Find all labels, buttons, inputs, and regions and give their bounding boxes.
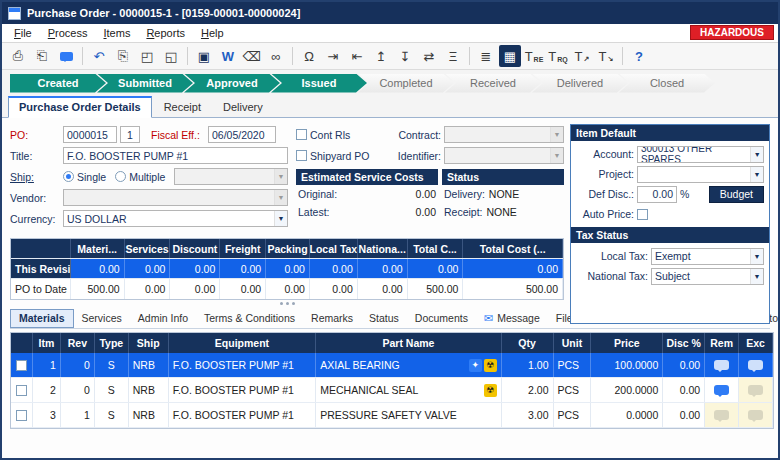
scales-icon-glyph: Ξ xyxy=(449,49,457,64)
currency-combo[interactable]: US DOLLAR ▼ xyxy=(63,210,288,227)
item-exceptions-cell[interactable] xyxy=(739,378,773,402)
tab-delivery[interactable]: Delivery xyxy=(213,98,273,117)
item-row[interactable]: 31SNRBF.O. BOOSTER PUMP #1PRESSURE SAFET… xyxy=(11,403,773,428)
workflow-step-created: Created xyxy=(10,74,106,93)
transfer-icon[interactable]: ⇄ xyxy=(418,45,440,67)
tab-admin-info[interactable]: Admin Info xyxy=(130,310,196,327)
item-price: 0.0000 xyxy=(591,403,663,427)
menu-item-file[interactable]: File xyxy=(6,25,40,41)
splitter-handle[interactable] xyxy=(10,300,564,307)
auto-price-checkbox[interactable] xyxy=(637,209,648,220)
item-rev: 0 xyxy=(61,353,95,377)
items-header-row: ItmRevTypeShipEquipmentPart NameQtyUnitP… xyxy=(11,333,773,353)
po-revision-field[interactable]: 1 xyxy=(120,126,140,143)
budget-button[interactable]: Budget xyxy=(709,186,764,203)
checkbox-icon[interactable] xyxy=(16,385,27,396)
comment-icon[interactable] xyxy=(55,45,77,67)
totals-value-cell: 0.00 xyxy=(170,259,220,278)
tab-remarks[interactable]: Remarks xyxy=(303,310,361,327)
tab-receipt[interactable]: Receipt xyxy=(154,98,211,117)
item-select-cell[interactable] xyxy=(11,353,33,377)
costs-status-columns: Estimated Service Costs Original: 0.00 L… xyxy=(296,169,564,221)
receive-goods-icon[interactable]: ⇥ xyxy=(322,45,344,67)
totals-row-this-revisi[interactable]: This Revisi...0.000.000.000.000.000.000.… xyxy=(11,259,563,279)
help-icon[interactable]: ? xyxy=(628,45,650,67)
ship-single-radio[interactable] xyxy=(63,171,74,182)
item-remarks-cell[interactable] xyxy=(705,353,739,377)
text-back-icon[interactable]: T↘ xyxy=(595,45,617,67)
item-remarks-cell[interactable] xyxy=(705,378,739,402)
totals-row-po-to-date[interactable]: PO to Date500.000.000.000.000.000.000.00… xyxy=(11,279,563,299)
ship-multiple-radio[interactable] xyxy=(115,171,126,182)
dropdown-arrow-icon: ▼ xyxy=(750,249,763,264)
items-header-unit: Unit xyxy=(554,333,592,353)
checkbox-icon[interactable] xyxy=(16,410,27,421)
forward-goods-icon[interactable]: ↧ xyxy=(394,45,416,67)
toolbar: ⎙⎗↶⎘◰◱▣W⌫∞Ω⇥⇤↥↧⇄Ξ≣▦TRETRQT↗T↘? xyxy=(2,43,778,70)
item-row[interactable]: 20SNRBF.O. BOOSTER PUMP #1MECHANICAL SEA… xyxy=(11,378,773,403)
return-goods-icon-glyph: ↥ xyxy=(376,49,387,64)
tab-services[interactable]: Services xyxy=(74,310,130,327)
local-tax-combo[interactable]: Exempt ▼ xyxy=(651,248,764,265)
erase-icon[interactable]: ⌫ xyxy=(241,45,263,67)
text-back-icon-glyph: T xyxy=(599,49,607,64)
po-number-field[interactable]: 0000015 xyxy=(63,126,117,143)
project-combo[interactable]: ▼ xyxy=(637,166,764,183)
def-disc-field[interactable]: 0.00 xyxy=(637,186,677,203)
item-equipment: F.O. BOOSTER PUMP #1 xyxy=(169,353,317,377)
return-goods-icon[interactable]: ↥ xyxy=(370,45,392,67)
menu-item-process[interactable]: Process xyxy=(40,25,96,41)
deliver-goods-icon[interactable]: ⇤ xyxy=(346,45,368,67)
scales-icon[interactable]: Ξ xyxy=(442,45,464,67)
ship-combo[interactable]: ▼ xyxy=(174,168,288,185)
folder-open-icon[interactable]: ◰ xyxy=(136,45,158,67)
menu-item-reports[interactable]: Reports xyxy=(138,25,193,41)
menu-item-items[interactable]: Items xyxy=(96,25,139,41)
text-rq-icon[interactable]: TRQ xyxy=(547,45,569,67)
text-re-icon[interactable]: TRE xyxy=(523,45,545,67)
link-icon[interactable]: ∞ xyxy=(265,45,287,67)
item-select-cell[interactable] xyxy=(11,403,33,427)
identifier-combo[interactable]: ▼ xyxy=(444,147,564,164)
print-preview-icon[interactable]: ⎗ xyxy=(31,45,53,67)
tab-purchase-order-details[interactable]: Purchase Order Details xyxy=(8,96,152,118)
tab-documents[interactable]: Documents xyxy=(407,310,476,327)
hazard-radiation-icon: ☢ xyxy=(484,359,497,372)
title-field[interactable]: F.O. BOOSTER PUMP #1 xyxy=(63,147,288,164)
shipyard-po-checkbox[interactable] xyxy=(296,150,307,161)
undo-icon[interactable]: ↶ xyxy=(88,45,110,67)
item-row[interactable]: 10SNRBF.O. BOOSTER PUMP #1AXIAL BEARING✦… xyxy=(11,353,773,378)
word-export-icon[interactable]: W xyxy=(217,45,239,67)
national-tax-combo[interactable]: Subject ▼ xyxy=(651,268,764,285)
contract-row: Cont Rls Contract: ▼ xyxy=(296,124,564,145)
menu-item-help[interactable]: Help xyxy=(193,25,232,41)
item-exceptions-cell[interactable] xyxy=(739,353,773,377)
item-rev: 1 xyxy=(61,403,95,427)
tab-terms-conditions[interactable]: Terms & Conditions xyxy=(196,310,303,327)
tab-status[interactable]: Status xyxy=(361,310,407,327)
lock-icon[interactable]: Ω xyxy=(298,45,320,67)
contract-combo[interactable]: ▼ xyxy=(444,126,564,143)
totals-value-cell: 0.00 xyxy=(463,259,563,278)
copy-icon[interactable]: ⎘ xyxy=(112,45,134,67)
list-icon[interactable]: ≣ xyxy=(475,45,497,67)
save-icon[interactable]: ▣ xyxy=(193,45,215,67)
totals-value-cell: 0.00 xyxy=(266,279,310,299)
text-forward-icon[interactable]: T↗ xyxy=(571,45,593,67)
item-select-cell[interactable] xyxy=(11,378,33,402)
item-exceptions-cell[interactable] xyxy=(739,403,773,427)
grid-icon[interactable]: ▦ xyxy=(499,45,521,67)
cont-rls-checkbox[interactable] xyxy=(296,129,307,140)
folder-closed-icon[interactable]: ◱ xyxy=(160,45,182,67)
vendor-combo[interactable]: ▼ xyxy=(63,189,288,206)
item-remarks-cell[interactable] xyxy=(705,403,739,427)
list-icon-glyph: ≣ xyxy=(481,49,492,64)
tab-materials[interactable]: Materials xyxy=(10,309,74,328)
fiscal-eff-field[interactable]: 06/05/2020 xyxy=(208,126,276,143)
checkbox-icon[interactable] xyxy=(16,360,27,371)
items-header-rem: Rem xyxy=(705,333,739,353)
tab-message[interactable]: ✉Message xyxy=(476,310,548,328)
account-combo[interactable]: 300013 OTHER SPARES ▼ xyxy=(637,146,764,163)
items-header-type: Type xyxy=(95,333,129,353)
print-icon[interactable]: ⎙ xyxy=(7,45,29,67)
